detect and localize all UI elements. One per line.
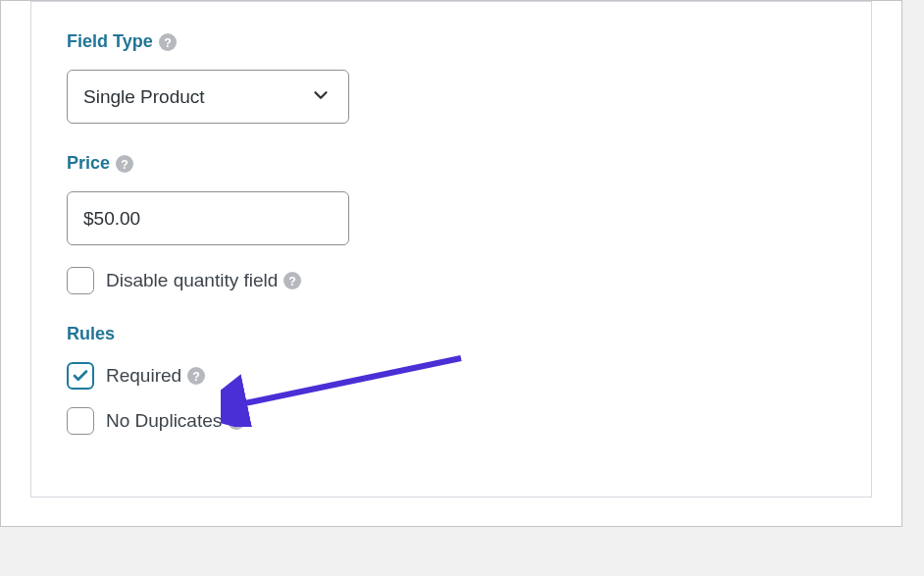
field-type-label-text: Field Type (67, 31, 153, 52)
svg-text:?: ? (164, 35, 172, 49)
help-icon[interactable]: ? (228, 412, 245, 430)
required-checkbox[interactable] (67, 362, 94, 390)
disable-quantity-label: Disable quantity field ? (106, 270, 301, 291)
disable-quantity-row: Disable quantity field ? (67, 267, 836, 294)
field-type-label: Field Type ? (67, 31, 836, 52)
help-icon[interactable]: ? (187, 367, 205, 385)
required-label: Required ? (106, 365, 205, 387)
disable-quantity-label-text: Disable quantity field (106, 270, 278, 291)
rules-label-text: Rules (67, 324, 115, 344)
field-type-selected-value: Single Product (83, 86, 205, 108)
field-type-select[interactable]: Single Product (67, 70, 349, 124)
svg-text:?: ? (289, 275, 297, 288)
price-label: Price ? (67, 153, 836, 174)
rules-label: Rules (67, 324, 836, 344)
no-duplicates-row: No Duplicates ? (67, 407, 836, 435)
no-duplicates-label-text: No Duplicates (106, 410, 222, 432)
no-duplicates-checkbox[interactable] (67, 407, 94, 435)
help-icon[interactable]: ? (116, 155, 133, 173)
field-type-select-wrap: Single Product (67, 70, 349, 124)
disable-quantity-checkbox[interactable] (67, 267, 94, 294)
help-icon[interactable]: ? (159, 33, 177, 51)
price-input[interactable] (67, 191, 349, 245)
price-label-text: Price (67, 153, 110, 174)
svg-text:?: ? (192, 370, 200, 384)
svg-text:?: ? (233, 415, 241, 429)
help-icon[interactable]: ? (283, 272, 301, 289)
no-duplicates-label: No Duplicates ? (106, 410, 245, 432)
svg-text:?: ? (121, 157, 128, 171)
required-row: Required ? (67, 362, 836, 390)
required-label-text: Required (106, 365, 181, 387)
